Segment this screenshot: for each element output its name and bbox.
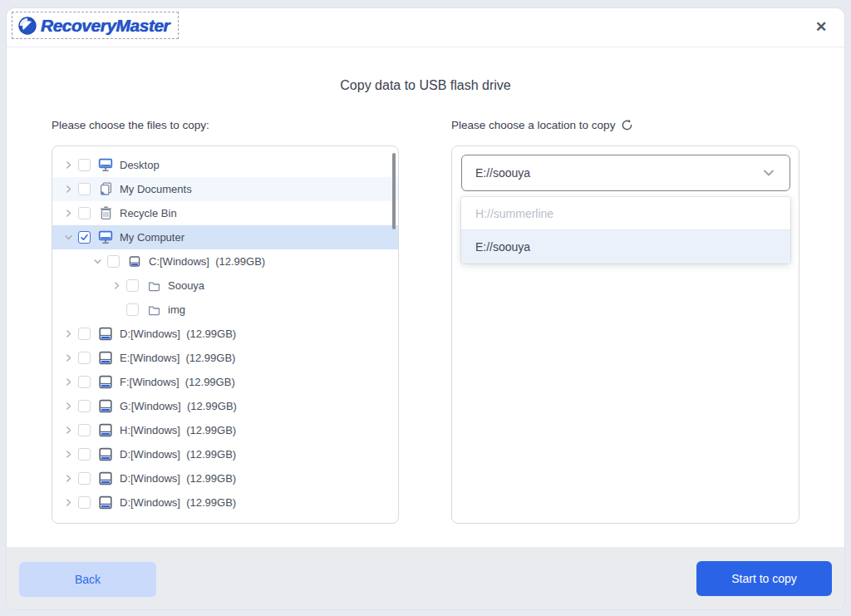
tree-item-label: E:[Windows] (12.99GB) xyxy=(120,352,235,364)
checkbox[interactable] xyxy=(78,400,91,412)
tree-row[interactable]: E:[Windows] (12.99GB) xyxy=(52,346,398,370)
refresh-icon[interactable] xyxy=(621,119,633,131)
start-to-copy-button[interactable]: Start to copy xyxy=(696,561,832,596)
drive-icon xyxy=(98,471,113,485)
tree-item-label: Soouya xyxy=(168,279,204,292)
tree-item-label: img xyxy=(168,303,185,316)
brand-name: RecoveryMaster xyxy=(41,16,170,36)
tree-row[interactable]: D:[Windows] (12.99GB) xyxy=(52,466,398,490)
location-option[interactable]: E://soouya xyxy=(461,230,790,264)
monitor-icon xyxy=(98,158,113,172)
tree-item-label: My Documents xyxy=(120,183,192,195)
logo-mark-icon xyxy=(17,16,37,36)
tree-item-label: Desktop xyxy=(120,159,160,171)
checkbox[interactable] xyxy=(78,183,91,195)
tree-row[interactable]: H:[Windows] (12.99GB) xyxy=(52,418,398,442)
location-select[interactable]: E://soouya xyxy=(461,155,790,191)
chevron-right-icon[interactable] xyxy=(62,401,74,412)
drive-icon xyxy=(98,447,113,461)
chevron-right-icon[interactable] xyxy=(62,208,74,219)
chevron-spacer xyxy=(111,304,122,316)
header: RecoveryMaster ✕ xyxy=(7,8,844,47)
checkbox[interactable] xyxy=(78,231,91,244)
drive-icon xyxy=(98,423,113,437)
destination-panel: E://soouya H://summerlineE://soouya xyxy=(451,145,799,524)
tree-item-label: F:[Windows] (12.99GB) xyxy=(120,376,235,388)
tree-item-label: D:[Windows] (12.99GB) xyxy=(120,328,236,340)
checkbox[interactable] xyxy=(78,496,91,509)
chevron-right-icon[interactable] xyxy=(62,473,74,485)
checkbox[interactable] xyxy=(78,159,91,171)
checkbox[interactable] xyxy=(107,255,120,268)
drive-icon xyxy=(98,351,113,365)
drive-icon xyxy=(98,327,113,341)
drive-sm-icon xyxy=(127,254,142,269)
tree-row[interactable]: Recycle Bin xyxy=(52,201,398,225)
logo[interactable]: RecoveryMaster xyxy=(12,12,179,39)
back-button[interactable]: Back xyxy=(19,562,156,597)
location-select-value: E://soouya xyxy=(475,166,761,180)
drive-icon xyxy=(98,399,113,413)
tree-row[interactable]: D:[Windows] (12.99GB) xyxy=(52,490,398,515)
tree-item-label: D:[Windows] (12.99GB) xyxy=(120,472,236,485)
file-tree: DesktopMy DocumentsRecycle BinMy Compute… xyxy=(52,153,398,515)
checkbox[interactable] xyxy=(78,472,91,485)
tree-row[interactable]: My Computer xyxy=(52,225,398,249)
chevron-right-icon[interactable] xyxy=(62,160,74,171)
chevron-down-icon[interactable] xyxy=(62,232,74,244)
folder-icon xyxy=(146,278,161,293)
chevron-down-icon xyxy=(761,165,776,180)
tree-row[interactable]: G:[Windows] (12.99GB) xyxy=(52,394,398,418)
files-column-label: Please choose the files to copy: xyxy=(52,119,209,131)
drive-icon xyxy=(98,375,113,389)
close-icon[interactable]: ✕ xyxy=(811,17,831,37)
app-window: RecoveryMaster ✕ Copy data to USB flash … xyxy=(7,8,844,609)
checkbox[interactable] xyxy=(78,352,91,364)
chevron-right-icon[interactable] xyxy=(62,352,74,364)
chevron-right-icon[interactable] xyxy=(62,328,74,340)
chevron-right-icon[interactable] xyxy=(111,280,122,292)
footer: Back Start to copy xyxy=(7,547,844,609)
location-label-text: Please choose a location to copy xyxy=(451,119,615,131)
tree-item-label: D:[Windows] (12.99GB) xyxy=(120,448,236,461)
chevron-right-icon[interactable] xyxy=(62,425,74,436)
tree-scrollbar[interactable] xyxy=(392,153,396,229)
tree-row[interactable]: Desktop xyxy=(52,153,398,177)
tree-row[interactable]: F:[Windows] (12.99GB) xyxy=(52,370,398,394)
tree-row[interactable]: Soouya xyxy=(52,274,398,298)
checkbox[interactable] xyxy=(78,328,91,340)
drive-icon xyxy=(98,495,113,510)
monitor-icon xyxy=(98,230,113,244)
tree-row[interactable]: img xyxy=(52,298,398,322)
location-dropdown: H://summerlineE://soouya xyxy=(461,197,790,264)
chevron-right-icon[interactable] xyxy=(62,184,74,195)
chevron-right-icon[interactable] xyxy=(62,377,74,388)
file-tree-panel: DesktopMy DocumentsRecycle BinMy Compute… xyxy=(52,145,399,524)
chevron-right-icon[interactable] xyxy=(62,497,74,509)
tree-item-label: D:[Windows] (12.99GB) xyxy=(120,496,236,509)
folder-icon xyxy=(146,303,161,317)
checkbox[interactable] xyxy=(78,424,91,436)
chevron-down-icon[interactable] xyxy=(91,256,103,268)
page-title: Copy data to USB flash drive xyxy=(7,78,844,93)
tree-item-label: My Computer xyxy=(120,231,184,244)
checkbox[interactable] xyxy=(126,303,139,316)
location-column-label: Please choose a location to copy xyxy=(451,119,633,131)
checkbox[interactable] xyxy=(126,279,139,292)
tree-item-label: H:[Windows] (12.99GB) xyxy=(120,424,236,436)
trash-icon xyxy=(98,206,113,220)
checkbox[interactable] xyxy=(78,207,91,219)
documents-icon xyxy=(98,182,113,196)
tree-row[interactable]: My Documents xyxy=(52,177,398,201)
tree-row[interactable]: D:[Windows] (12.99GB) xyxy=(52,442,398,466)
tree-row[interactable]: C:[Windows] (12.99GB) xyxy=(52,249,398,274)
checkbox[interactable] xyxy=(78,376,91,388)
location-option[interactable]: H://summerline xyxy=(461,197,790,230)
chevron-right-icon[interactable] xyxy=(62,449,74,461)
tree-item-label: C:[Windows] (12.99GB) xyxy=(149,255,265,268)
tree-item-label: Recycle Bin xyxy=(120,207,177,219)
checkbox[interactable] xyxy=(78,448,91,461)
tree-item-label: G:[Windows] (12.99GB) xyxy=(120,400,237,412)
tree-row[interactable]: D:[Windows] (12.99GB) xyxy=(52,322,398,346)
